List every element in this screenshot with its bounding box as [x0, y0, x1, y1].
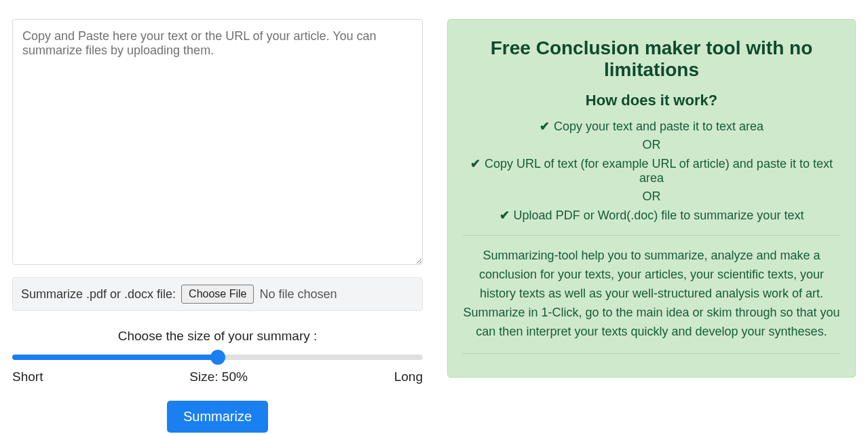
- how-step-1: ✔Copy your text and paste it to text are…: [463, 119, 840, 134]
- text-input[interactable]: [12, 19, 423, 265]
- info-divider-bottom: [463, 353, 840, 354]
- summarize-button[interactable]: Summarize: [167, 401, 268, 433]
- how-step-2: ✔Copy URL of text (for example URL of ar…: [463, 156, 840, 185]
- or-divider-1: OR: [463, 138, 840, 152]
- info-panel: Free Conclusion maker tool with no limit…: [447, 19, 856, 433]
- check-icon: ✔: [499, 208, 510, 223]
- info-description: Summarizing-tool help you to summarize, …: [463, 247, 840, 341]
- or-divider-2: OR: [463, 189, 840, 204]
- how-step-2-text: Copy URL of text (for example URL of art…: [485, 157, 833, 185]
- slider-label-long: Long: [394, 369, 423, 384]
- check-icon: ✔: [540, 119, 550, 134]
- file-upload-row: Summarize .pdf or .docx file: Choose Fil…: [12, 277, 423, 311]
- info-card: Free Conclusion maker tool with no limit…: [447, 19, 856, 378]
- slider-label-size: Size: 50%: [43, 369, 394, 384]
- choose-file-button[interactable]: Choose File: [181, 285, 254, 304]
- summary-size-title: Choose the size of your summary :: [12, 329, 423, 344]
- info-divider: [463, 235, 840, 236]
- summary-size-slider[interactable]: [12, 355, 423, 360]
- slider-labels: Short Size: 50% Long: [12, 369, 423, 384]
- check-icon: ✔: [470, 156, 480, 171]
- file-upload-label: Summarize .pdf or .docx file:: [21, 287, 176, 302]
- how-step-3-text: Upload PDF or Word(.doc) file to summari…: [514, 209, 804, 222]
- info-title: Free Conclusion maker tool with no limit…: [463, 37, 840, 81]
- how-step-1-text: Copy your text and paste it to text area: [554, 120, 763, 133]
- how-step-3: ✔Upload PDF or Word(.doc) file to summar…: [463, 208, 840, 223]
- slider-label-short: Short: [12, 369, 43, 384]
- summarizer-form: Summarize .pdf or .docx file: Choose Fil…: [12, 19, 423, 433]
- info-subtitle: How does it work?: [463, 92, 840, 109]
- summary-size-slider-row: [12, 350, 423, 363]
- file-status-text: No file chosen: [259, 287, 337, 302]
